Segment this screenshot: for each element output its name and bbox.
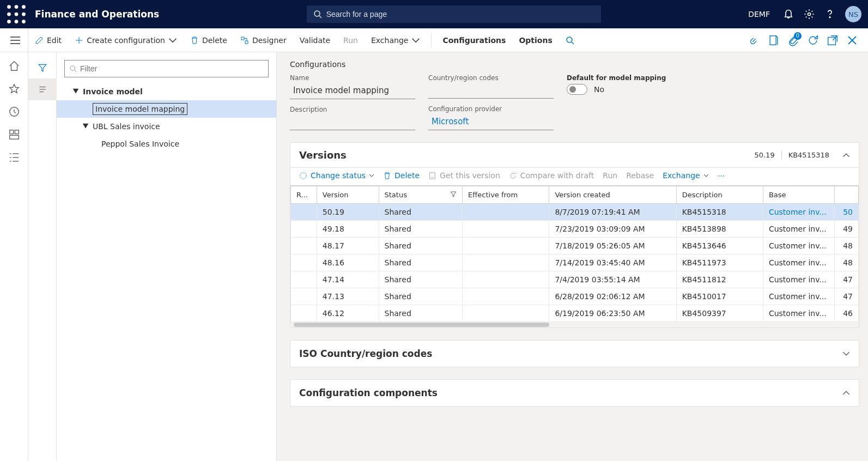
tree-filter[interactable] <box>64 60 269 77</box>
compare-button: Compare with draft <box>509 171 594 180</box>
table-row[interactable]: 49.18Shared7/23/2019 03:09:09 AMKB451389… <box>291 221 859 238</box>
content-area: Configurations Name Invoice model mappin… <box>277 52 868 461</box>
svg-point-2 <box>22 5 26 9</box>
change-status-button[interactable]: Change status <box>299 171 374 180</box>
bell-icon[interactable] <box>783 9 794 20</box>
version-run-button: Run <box>603 171 617 180</box>
options-tab[interactable]: Options <box>512 28 559 52</box>
region-label: Country/region codes <box>428 74 554 82</box>
horizontal-scrollbar[interactable] <box>290 322 859 327</box>
funnel-icon <box>450 191 457 197</box>
tree-node[interactable]: Invoice model <box>57 83 276 100</box>
region-field[interactable] <box>428 83 554 99</box>
col-r[interactable]: R... <box>291 186 317 204</box>
create-config-button[interactable]: Create configuration <box>68 28 184 52</box>
table-row[interactable]: 50.19Shared8/7/2019 07:19:41 AMKB4515318… <box>291 204 859 221</box>
components-header[interactable]: Configuration components <box>290 380 859 406</box>
waffle-icon[interactable] <box>7 4 26 24</box>
run-button: Run <box>337 28 365 52</box>
svg-point-20 <box>567 37 572 43</box>
help-icon[interactable] <box>824 9 835 20</box>
global-search[interactable] <box>307 5 601 23</box>
version-delete-button[interactable]: Delete <box>383 171 420 180</box>
svg-point-5 <box>22 13 26 16</box>
tree-node-label: Peppol Sales Invoice <box>101 139 179 148</box>
tree-node[interactable]: Invoice model mapping <box>57 100 276 118</box>
table-row[interactable]: 48.16Shared7/14/2019 03:45:40 AMKB451197… <box>291 254 859 271</box>
tree-node[interactable]: Peppol Sales Invoice <box>57 135 276 153</box>
validate-button[interactable]: Validate <box>293 28 337 52</box>
col-base[interactable]: Base <box>763 186 834 204</box>
table-row[interactable]: 46.12Shared6/19/2019 06:23:50 AMKB450939… <box>291 305 859 322</box>
svg-point-9 <box>314 11 320 16</box>
search-ribbon-icon[interactable] <box>559 28 581 52</box>
modules-icon[interactable] <box>8 151 20 163</box>
search-icon <box>313 10 322 19</box>
col-status[interactable]: Status <box>379 186 463 204</box>
edit-button[interactable]: Edit <box>28 28 68 52</box>
svg-line-10 <box>319 16 321 18</box>
chevron-down-icon <box>703 174 709 177</box>
col-effective[interactable]: Effective from <box>463 186 549 204</box>
link-icon[interactable] <box>748 34 760 46</box>
iso-panel: ISO Country/region codes <box>290 340 859 367</box>
provider-label: Configuration provider <box>428 105 554 113</box>
funnel-icon[interactable] <box>28 57 57 78</box>
trash-icon <box>383 172 391 180</box>
tree-node-label: Invoice model <box>83 87 143 96</box>
iso-header[interactable]: ISO Country/region codes <box>290 341 859 367</box>
svg-line-40 <box>75 70 77 72</box>
description-field[interactable] <box>290 115 415 130</box>
svg-point-0 <box>7 5 11 9</box>
designer-icon <box>240 36 249 45</box>
versions-header[interactable]: Versions 50.19 KB4515318 <box>290 143 859 167</box>
svg-point-39 <box>70 66 75 71</box>
hamburger-icon[interactable] <box>2 28 28 52</box>
home-icon[interactable] <box>8 60 20 72</box>
provider-field[interactable]: Microsoft <box>428 114 554 130</box>
table-row[interactable]: 47.14Shared7/4/2019 03:55:14 AMKB4511812… <box>291 271 859 288</box>
gear-icon[interactable] <box>804 9 815 20</box>
default-value: No <box>594 85 604 94</box>
tree-node[interactable]: UBL Sales invoice <box>57 118 276 135</box>
filter-rail <box>28 52 57 461</box>
config-tree: Invoice modelInvoice model mappingUBL Sa… <box>57 83 276 461</box>
tree-node-label: UBL Sales invoice <box>93 122 160 131</box>
col-extra[interactable] <box>834 186 858 204</box>
more-button[interactable]: ⋯ <box>718 171 725 180</box>
avatar[interactable]: NS <box>845 6 861 22</box>
svg-line-21 <box>572 42 574 44</box>
recent-icon[interactable] <box>8 106 20 118</box>
workspace-icon[interactable] <box>8 129 20 141</box>
description-label: Description <box>290 106 415 113</box>
table-row[interactable]: 48.17Shared7/18/2019 05:26:05 AMKB451364… <box>291 238 859 254</box>
configurations-tab[interactable]: Configurations <box>436 28 512 52</box>
download-icon <box>428 172 436 180</box>
components-panel: Configuration components <box>290 379 859 407</box>
delete-button[interactable]: Delete <box>184 28 234 52</box>
default-toggle[interactable] <box>567 84 587 95</box>
col-version[interactable]: Version <box>317 186 379 204</box>
popout-icon[interactable] <box>827 34 839 46</box>
name-field[interactable]: Invoice model mapping <box>290 83 415 99</box>
pencil-icon <box>35 36 44 45</box>
star-icon[interactable] <box>8 83 20 95</box>
refresh-icon[interactable] <box>807 34 819 46</box>
exchange-button[interactable]: Exchange <box>365 28 427 52</box>
versions-table: R... Version Status Effective from Versi… <box>290 186 859 322</box>
tree-filter-input[interactable] <box>80 64 264 73</box>
designer-button[interactable]: Designer <box>234 28 293 52</box>
col-created[interactable]: Version created <box>549 186 676 204</box>
version-exchange-button[interactable]: Exchange <box>663 171 708 180</box>
attachments-icon[interactable]: 0 <box>787 34 799 46</box>
svg-point-1 <box>15 5 19 9</box>
col-description[interactable]: Description <box>676 186 763 204</box>
table-row[interactable]: 47.13Shared6/28/2019 02:06:12 AMKB451001… <box>291 288 859 305</box>
legal-entity[interactable]: DEMF <box>748 10 770 19</box>
page-icon[interactable] <box>768 34 780 46</box>
search-input[interactable] <box>326 10 594 19</box>
close-icon[interactable] <box>846 34 858 46</box>
chevron-down-icon <box>411 36 420 45</box>
list-view-icon[interactable] <box>28 78 57 100</box>
svg-rect-18 <box>241 37 244 40</box>
